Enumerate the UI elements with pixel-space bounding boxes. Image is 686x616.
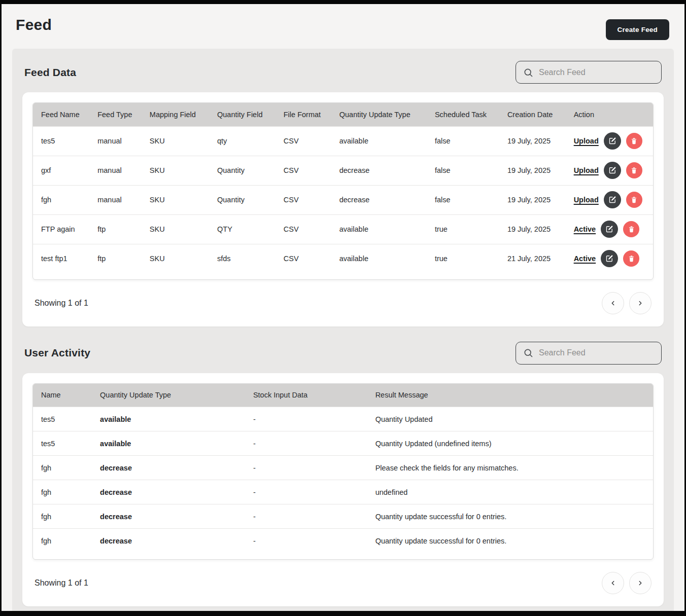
activity-table-wrapper: NameQuantity Update TypeStock Input Data… <box>32 383 654 560</box>
cell-scheduled-task: false <box>427 156 499 185</box>
feed-column-header: Scheduled Task <box>427 103 499 126</box>
cell-feed-type: manual <box>89 156 142 185</box>
edit-icon[interactable] <box>604 191 621 208</box>
cell-quantity-update-type: decrease <box>92 529 245 553</box>
cell-result-message: Quantity Updated (undefined items) <box>367 431 653 456</box>
cell-scheduled-task: true <box>427 244 499 273</box>
cell-quantity-update-type: decrease <box>92 480 245 504</box>
cell-result-message: Please check the fields for any mismatch… <box>367 456 653 480</box>
feed-action-link[interactable]: Active <box>574 255 596 263</box>
cell-stock-input-data: - <box>245 504 367 529</box>
cell-quantity-field: QTY <box>209 214 276 244</box>
cell-quantity-update-type: available <box>331 244 427 273</box>
cell-file-format: CSV <box>276 126 331 156</box>
cell-quantity-update-type: decrease <box>92 456 245 480</box>
trash-icon[interactable] <box>623 221 639 237</box>
trash-icon[interactable] <box>626 162 642 178</box>
cell-creation-date: 19 July, 2025 <box>499 126 566 156</box>
next-page-button[interactable] <box>629 292 651 314</box>
trash-icon[interactable] <box>626 133 642 149</box>
cell-quantity-update-type: available <box>331 214 427 244</box>
cell-feed-type: ftp <box>89 244 142 273</box>
feed-table: Feed NameFeed TypeMapping FieldQuantity … <box>33 103 653 273</box>
cell-name: fgh <box>33 529 92 553</box>
activity-column-header: Stock Input Data <box>245 384 367 407</box>
cell-action: Active <box>566 244 653 273</box>
feed-column-header: Quantity Update Type <box>331 103 427 126</box>
edit-icon[interactable] <box>604 162 621 179</box>
activity-search-box <box>516 342 662 365</box>
page-header: Feed Create Feed <box>2 4 684 40</box>
cell-stock-input-data: - <box>245 529 367 553</box>
cell-action: Upload <box>566 126 653 156</box>
prev-page-button[interactable] <box>602 572 624 594</box>
cell-action: Active <box>566 214 653 244</box>
cell-scheduled-task: false <box>427 185 499 214</box>
cell-file-format: CSV <box>276 214 331 244</box>
feed-column-header: File Format <box>276 103 331 126</box>
cell-creation-date: 19 July, 2025 <box>499 214 566 244</box>
activity-table-footer: Showing 1 of 1 <box>32 560 654 596</box>
cell-mapping-field: SKU <box>142 126 209 156</box>
trash-icon[interactable] <box>623 250 639 267</box>
feed-action-link[interactable]: Active <box>574 225 596 233</box>
feed-table-body: tes5 manual SKU qty CSV available false … <box>33 126 653 273</box>
table-row: tes5 manual SKU qty CSV available false … <box>33 126 653 156</box>
cell-feed-type: manual <box>89 126 142 156</box>
table-row: gxf manual SKU Quantity CSV decrease fal… <box>33 156 653 185</box>
activity-showing-text: Showing 1 of 1 <box>35 578 88 588</box>
activity-column-header: Name <box>33 384 92 407</box>
trash-icon[interactable] <box>626 192 642 208</box>
feed-action-link[interactable]: Upload <box>574 137 599 145</box>
cell-quantity-field: Quantity <box>209 156 276 185</box>
feed-search-box <box>516 61 662 84</box>
feed-action-link[interactable]: Upload <box>574 166 599 174</box>
cell-creation-date: 21 July, 2025 <box>499 244 566 273</box>
prev-page-button[interactable] <box>602 292 624 314</box>
cell-name: tes5 <box>33 407 92 431</box>
cell-quantity-update-type: decrease <box>92 504 245 529</box>
next-page-button[interactable] <box>629 572 651 594</box>
activity-table-body: tes5 available - Quantity Updated tes5 a… <box>33 407 653 553</box>
activity-column-header: Quantity Update Type <box>92 384 245 407</box>
search-icon <box>523 348 533 358</box>
cell-name: fgh <box>33 480 92 504</box>
activity-table: NameQuantity Update TypeStock Input Data… <box>33 384 653 553</box>
cell-mapping-field: SKU <box>142 156 209 185</box>
cell-action: Upload <box>566 156 653 185</box>
cell-quantity-update-type: decrease <box>331 156 427 185</box>
activity-column-header: Result Message <box>367 384 653 407</box>
cell-stock-input-data: - <box>245 456 367 480</box>
cell-quantity-update-type: available <box>331 126 427 156</box>
cell-quantity-update-type: available <box>92 407 245 431</box>
feed-pagination <box>602 292 651 314</box>
edit-icon[interactable] <box>601 221 618 238</box>
feed-action-link[interactable]: Upload <box>574 196 599 204</box>
cell-mapping-field: SKU <box>142 185 209 214</box>
cell-creation-date: 19 July, 2025 <box>499 185 566 214</box>
feed-table-footer: Showing 1 of 1 <box>32 280 654 316</box>
edit-icon[interactable] <box>604 132 621 150</box>
user-activity-card: NameQuantity Update TypeStock Input Data… <box>22 373 664 606</box>
cell-feed-name: tes5 <box>33 126 89 156</box>
cell-scheduled-task: true <box>427 214 499 244</box>
feed-search-input[interactable] <box>539 68 654 77</box>
cell-result-message: undefined <box>367 480 653 504</box>
cell-feed-name: test ftp1 <box>33 244 89 273</box>
edit-icon[interactable] <box>601 250 618 267</box>
cell-quantity-field: Quantity <box>209 185 276 214</box>
cell-name: fgh <box>33 456 92 480</box>
feed-data-section-header: Feed Data <box>22 61 664 84</box>
feed-column-header: Feed Type <box>89 103 142 126</box>
feed-data-title: Feed Data <box>24 66 76 79</box>
feed-column-header: Action <box>566 103 653 126</box>
cell-creation-date: 19 July, 2025 <box>499 156 566 185</box>
table-row: tes5 available - Quantity Updated <box>33 407 653 431</box>
table-row: test ftp1 ftp SKU sfds CSV available tru… <box>33 244 653 273</box>
activity-table-header-row: NameQuantity Update TypeStock Input Data… <box>33 384 653 407</box>
table-row: tes5 available - Quantity Updated (undef… <box>33 431 653 456</box>
activity-search-input[interactable] <box>539 348 654 357</box>
cell-feed-type: manual <box>89 185 142 214</box>
cell-quantity-field: qty <box>209 126 276 156</box>
create-feed-button[interactable]: Create Feed <box>606 19 669 40</box>
